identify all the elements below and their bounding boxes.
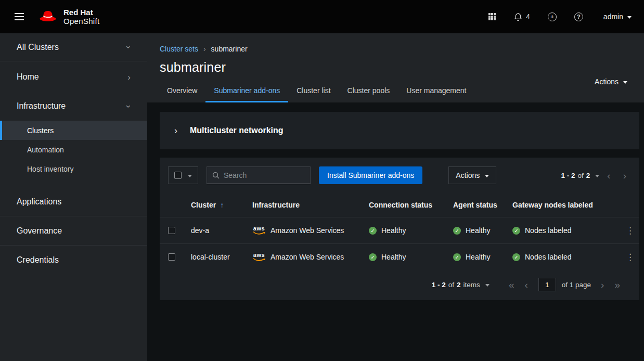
- row-checkbox[interactable]: [168, 253, 175, 261]
- sort-by-cluster-button[interactable]: Cluster ↑: [191, 201, 224, 209]
- caret-down-icon: [188, 175, 192, 179]
- gateway-nodes-label: Nodes labeled: [525, 253, 572, 261]
- pagination-of: of: [448, 281, 454, 289]
- row-kebab-menu[interactable]: ⋮: [622, 223, 639, 238]
- search-box: [207, 166, 311, 184]
- sidebar-item-applications[interactable]: Applications: [0, 187, 147, 216]
- infrastructure-label: Infrastructure: [17, 101, 66, 111]
- brand-line1: Red Hat: [63, 8, 99, 17]
- caret-down-icon: [485, 284, 490, 289]
- redhat-hat-icon: [37, 9, 58, 24]
- submariner-addons-card: Install Submariner add-ons Actions 1 - 2…: [160, 158, 639, 300]
- caret-down-icon: [595, 175, 599, 179]
- chevron-right-icon: ›: [127, 73, 131, 82]
- plus-circle-icon: +: [548, 12, 557, 21]
- page-actions-dropdown[interactable]: Actions: [595, 78, 627, 86]
- current-page-input[interactable]: [538, 278, 556, 291]
- row-checkbox-cell: [160, 217, 184, 243]
- nav-toggle-button[interactable]: [8, 10, 30, 23]
- sidebar-item-automation[interactable]: Automation: [0, 140, 147, 159]
- help-button[interactable]: ?: [568, 8, 590, 25]
- connection-status-label: Healthy: [381, 253, 406, 261]
- gateway-nodes-cell: ✓ Nodes labeled: [505, 217, 614, 243]
- caret-down-icon: [485, 175, 489, 179]
- first-page-button[interactable]: «: [504, 279, 519, 291]
- pagination-range: 1 - 2: [561, 172, 575, 179]
- header-checkbox-cell: [160, 193, 184, 217]
- row-actions-cell: ⋮: [614, 244, 639, 270]
- connection-status-cell: ✓ Healthy: [362, 244, 446, 270]
- perspective-label: All Clusters: [17, 43, 59, 52]
- notifications-button[interactable]: 4: [507, 8, 537, 25]
- prev-page-button[interactable]: ‹: [520, 279, 532, 291]
- main-content: Cluster sets › submariner submariner Ove…: [147, 33, 644, 361]
- table-actions-dropdown[interactable]: Actions: [448, 166, 496, 184]
- clusters-table: Cluster ↑ Infrastructure Connection stat…: [160, 193, 639, 270]
- user-menu-dropdown[interactable]: admin: [603, 12, 632, 21]
- page-count-label: of 1 page: [562, 281, 591, 289]
- check-circle-icon: ✓: [453, 253, 461, 261]
- expand-chevron-right-icon[interactable]: ›: [174, 126, 177, 135]
- sidebar-item-governance[interactable]: Governance: [0, 216, 147, 245]
- add-resource-button[interactable]: +: [541, 8, 563, 25]
- pagination-items-label: items: [463, 281, 480, 289]
- bell-icon: [514, 12, 522, 21]
- brand-text: Red Hat OpenShift: [63, 8, 99, 26]
- brand-logo[interactable]: Red Hat OpenShift: [37, 8, 99, 26]
- content-area: › Multicluster networking: [147, 102, 644, 361]
- table-actions-label: Actions: [456, 171, 480, 179]
- breadcrumb-separator-icon: ›: [203, 45, 206, 53]
- search-input[interactable]: [224, 171, 305, 179]
- breadcrumb-link-cluster-sets[interactable]: Cluster sets: [160, 45, 198, 53]
- check-circle-icon: ✓: [512, 227, 520, 235]
- multicluster-networking-card[interactable]: › Multicluster networking: [160, 112, 639, 149]
- pagination-menu-toggle[interactable]: 1 - 2 of 2 items: [432, 281, 490, 289]
- nav-spacer: [0, 178, 147, 187]
- install-submariner-button[interactable]: Install Submariner add-ons: [319, 166, 422, 184]
- connection-status-cell: ✓ Healthy: [362, 217, 446, 243]
- pagination-nav: « ‹ of 1 page › »: [504, 278, 625, 291]
- search-icon: [212, 172, 220, 179]
- tab-cluster-list[interactable]: Cluster list: [288, 81, 339, 102]
- agent-status-cell: ✓ Healthy: [446, 217, 505, 243]
- check-circle-icon: ✓: [369, 227, 377, 235]
- row-checkbox[interactable]: [168, 227, 175, 234]
- tab-cluster-pools[interactable]: Cluster pools: [339, 81, 398, 102]
- column-header-agent-status: Agent status: [446, 193, 505, 217]
- pagination-top: 1 - 2 of 2 ‹ ›: [561, 170, 631, 182]
- host-inventory-label: Host inventory: [27, 165, 73, 173]
- bulk-select-dropdown[interactable]: [168, 166, 198, 184]
- sidebar-item-clusters[interactable]: Clusters: [0, 121, 147, 140]
- page-title: submariner: [160, 60, 644, 75]
- tab-user-management[interactable]: User management: [398, 81, 474, 102]
- sidebar-item-infrastructure[interactable]: Infrastructure ›: [0, 92, 147, 121]
- row-kebab-menu[interactable]: ⋮: [622, 250, 639, 265]
- next-page-button[interactable]: ›: [619, 170, 631, 182]
- sidebar-item-host-inventory[interactable]: Host inventory: [0, 159, 147, 178]
- aws-smile-icon: [253, 231, 265, 235]
- sidebar-item-credentials[interactable]: Credentials: [0, 245, 147, 274]
- app-launcher-button[interactable]: [481, 8, 503, 25]
- clusters-label: Clusters: [27, 126, 54, 135]
- prev-page-button[interactable]: ‹: [602, 170, 615, 182]
- table-header-row: Cluster ↑ Infrastructure Connection stat…: [160, 193, 639, 217]
- aws-icon: aws: [252, 252, 266, 262]
- sidebar-item-home[interactable]: Home ›: [0, 62, 147, 92]
- bulk-select-checkbox[interactable]: [174, 172, 182, 179]
- automation-label: Automation: [27, 146, 64, 154]
- tab-submariner-add-ons[interactable]: Submariner add-ons: [205, 81, 288, 102]
- column-header-infrastructure: Infrastructure: [245, 193, 362, 217]
- sidebar: All Clusters › Home › Infrastructure › C…: [0, 33, 147, 361]
- pagination-menu-toggle[interactable]: 1 - 2 of 2: [561, 172, 600, 179]
- tab-overview[interactable]: Overview: [159, 81, 205, 102]
- pagination-range: 1 - 2: [432, 281, 446, 289]
- page-actions-label: Actions: [595, 78, 619, 86]
- last-page-button[interactable]: »: [610, 279, 625, 291]
- caret-down-icon: [623, 81, 627, 86]
- pagination-total: 2: [457, 281, 461, 289]
- connection-status-label: Healthy: [381, 226, 406, 235]
- check-circle-icon: ✓: [369, 253, 377, 261]
- next-page-button[interactable]: ›: [596, 279, 609, 291]
- cluster-header-label: Cluster: [191, 201, 216, 209]
- cluster-perspective-switcher[interactable]: All Clusters ›: [0, 33, 147, 61]
